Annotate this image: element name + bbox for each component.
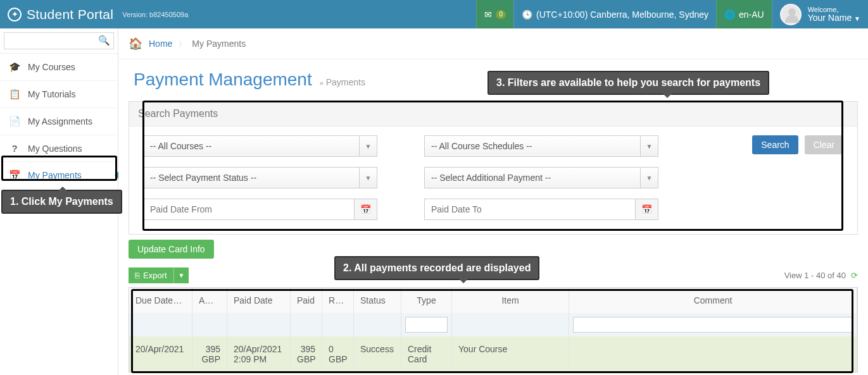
view-range-text: View 1 - 40 of 40 <box>784 271 846 280</box>
courses-select[interactable]: -- All Courses -- ▼ <box>143 135 377 157</box>
refresh-icon[interactable]: ⟳ <box>851 271 858 280</box>
view-range: View 1 - 40 of 40 ⟳ <box>784 271 858 280</box>
page-title: Payment Management <box>134 70 312 90</box>
cell-status: Success <box>354 336 401 372</box>
search-panel-body: -- All Courses -- ▼ -- All Course Schedu… <box>129 126 857 234</box>
col-status[interactable]: Status <box>354 288 401 313</box>
cell-remain: 0 GBP <box>322 336 354 372</box>
callout-3: 3. Filters are available to help you sea… <box>487 71 769 95</box>
locale-button[interactable]: 🌐 en-AU <box>716 0 772 28</box>
locale-label: en-AU <box>739 9 764 20</box>
home-icon[interactable]: 🏠 <box>129 37 142 51</box>
breadcrumb-home[interactable]: Home <box>149 39 172 49</box>
status-select[interactable]: -- Select Payment Status -- ▼ <box>143 167 377 188</box>
courses-select-value: -- All Courses -- <box>143 135 360 157</box>
mail-icon: ✉ <box>484 9 492 20</box>
sidebar-item-label: My Questions <box>28 144 82 154</box>
filter-type-input[interactable] <box>405 317 448 333</box>
sidebar-item-my-tutorials[interactable]: 📋 My Tutorials <box>0 81 118 108</box>
mail-badge: 0 <box>496 10 506 19</box>
calendar-icon: 📅 <box>9 169 20 181</box>
paid-from-input[interactable] <box>143 199 355 220</box>
chevron-down-icon: ▼ <box>641 135 658 157</box>
callout-1: 1. Click My Payments <box>1 190 122 214</box>
callout-2: 2. All payments recorded are displayed <box>334 256 539 280</box>
calendar-picker-button[interactable]: 📅 <box>355 199 377 220</box>
col-amount[interactable]: Amount <box>192 288 227 313</box>
clipboard-icon: 📋 <box>9 89 20 100</box>
chevron-down-icon: ▼ <box>641 167 658 188</box>
timezone-button[interactable]: 🕒 (UTC+10:00) Canberra, Melbourne, Sydne… <box>513 0 716 28</box>
avatar-icon <box>780 4 802 25</box>
page-subtitle: » Payments <box>320 77 365 87</box>
update-card-button[interactable]: Update Card Info <box>129 240 214 259</box>
cell-comment <box>569 336 857 372</box>
graduation-cap-icon: 🎓 <box>9 61 20 73</box>
cell-due: 20/Apr/2021 <box>129 336 192 372</box>
chevron-down-icon: ▼ <box>854 15 860 22</box>
col-paid-date[interactable]: Paid Date <box>227 288 291 313</box>
globe-icon: ✦ <box>8 8 22 22</box>
chevron-down-icon: ▼ <box>360 167 377 188</box>
sidebar-item-my-courses[interactable]: 🎓 My Courses <box>0 54 118 81</box>
sidebar-item-label: My Tutorials <box>28 89 75 99</box>
additional-select[interactable]: -- Select Additional Payment -- ▼ <box>424 167 658 188</box>
timezone-label: (UTC+10:00) Canberra, Melbourne, Sydney <box>536 9 708 20</box>
calendar-picker-button[interactable]: 📅 <box>636 199 658 220</box>
paid-from-field: 📅 <box>143 199 377 220</box>
topbar-right: ✉ 0 🕒 (UTC+10:00) Canberra, Melbourne, S… <box>476 0 868 28</box>
welcome-block: Welcome, Your Name ▼ <box>808 6 860 23</box>
cell-item: Your Course <box>452 336 569 372</box>
export-label: Export <box>143 271 167 280</box>
col-remain[interactable]: Remain <box>322 288 354 313</box>
sidebar-search: 🔍 <box>0 28 118 54</box>
payments-grid: Due Date▲▼ Amount Paid Date Paid Remain … <box>129 287 858 372</box>
version-label: Version: b82450509a <box>122 11 188 18</box>
chevron-down-icon: ▼ <box>360 135 377 157</box>
question-icon: ? <box>9 143 20 154</box>
brand-title: Student Portal <box>27 7 113 22</box>
col-due-date[interactable]: Due Date▲▼ <box>129 288 192 313</box>
grid-header-row: Due Date▲▼ Amount Paid Date Paid Remain … <box>129 288 857 313</box>
col-comment[interactable]: Comment <box>569 288 857 313</box>
sidebar-item-my-questions[interactable]: ? My Questions <box>0 135 118 162</box>
schedules-select[interactable]: -- All Course Schedules -- ▼ <box>424 135 658 157</box>
search-button[interactable]: Search <box>752 135 798 154</box>
clear-button[interactable]: Clear <box>805 135 843 154</box>
globe-small-icon: 🌐 <box>724 9 735 20</box>
table-row[interactable]: 20/Apr/2021 395 GBP 20/Apr/2021 2:09 PM … <box>129 336 857 372</box>
col-type[interactable]: Type <box>401 288 452 313</box>
export-split-button: ⎘ Export ▼ <box>129 267 189 283</box>
sidebar-item-label: My Courses <box>28 62 75 72</box>
callout-2-text: 2. All payments recorded are displayed <box>343 262 531 273</box>
user-menu[interactable]: Welcome, Your Name ▼ <box>772 0 868 28</box>
additional-select-value: -- Select Additional Payment -- <box>424 167 641 188</box>
col-paid[interactable]: Paid <box>291 288 322 313</box>
sidebar-item-my-assignments[interactable]: 📄 My Assignments <box>0 108 118 135</box>
filter-comment-input[interactable] <box>573 317 853 333</box>
breadcrumb-current: My Payments <box>192 39 246 49</box>
grid-filter-row <box>129 313 857 336</box>
clock-icon: 🕒 <box>522 9 532 20</box>
paid-to-field: 📅 <box>424 199 658 220</box>
file-icon: 📄 <box>9 116 20 127</box>
callout-1-text: 1. Click My Payments <box>10 196 113 207</box>
brand: ✦ Student Portal Version: b82450509a <box>0 7 196 22</box>
sidebar-item-label: My Assignments <box>28 116 92 126</box>
export-dropdown-button[interactable]: ▼ <box>173 267 189 283</box>
schedules-select-value: -- All Course Schedules -- <box>424 135 641 157</box>
status-select-value: -- Select Payment Status -- <box>143 167 360 188</box>
export-button[interactable]: ⎘ Export <box>129 267 173 283</box>
mail-button[interactable]: ✉ 0 <box>476 0 513 28</box>
page-subtitle-text: Payments <box>326 77 365 87</box>
breadcrumb-sep: 〉 <box>179 39 186 49</box>
col-item[interactable]: Item <box>452 288 569 313</box>
search-icon[interactable]: 🔍 <box>98 35 110 46</box>
callout-3-text: 3. Filters are available to help you sea… <box>496 77 760 88</box>
topbar: ✦ Student Portal Version: b82450509a ✉ 0… <box>0 0 868 28</box>
sidebar-item-label: My Payments <box>28 170 82 180</box>
paid-to-input[interactable] <box>424 199 636 220</box>
search-actions: Search Clear <box>752 135 843 157</box>
search-panel-title: Search Payments <box>129 102 857 126</box>
sidebar-search-input[interactable] <box>4 32 114 49</box>
